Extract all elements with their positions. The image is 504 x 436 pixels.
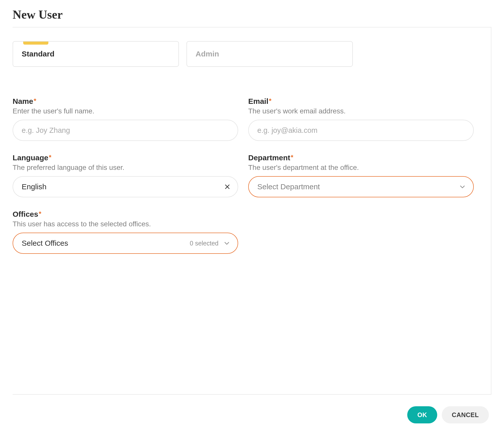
email-label-row: Email* [248, 97, 474, 106]
user-type-toggle: Standard Admin [13, 41, 486, 67]
offices-help: This user has access to the selected off… [13, 220, 238, 228]
page-title: New User [13, 8, 491, 27]
name-label: Name [13, 97, 33, 105]
offices-field: Offices* This user has access to the sel… [13, 210, 238, 254]
form-row: Language* The preferred language of this… [13, 153, 486, 197]
user-type-admin-label: Admin [196, 50, 219, 58]
language-field: Language* The preferred language of this… [13, 153, 238, 197]
offices-select[interactable]: Select Offices 0 selected [13, 233, 238, 254]
department-select-placeholder: Select Department [257, 182, 320, 191]
user-type-standard-card[interactable]: Standard [13, 41, 179, 67]
department-field: Department* The user's department at the… [248, 153, 474, 197]
close-icon[interactable] [225, 184, 230, 190]
required-star-icon: * [34, 97, 36, 105]
language-help: The preferred language of this user. [13, 164, 238, 172]
required-star-icon: * [291, 153, 293, 161]
chevron-down-icon [224, 240, 230, 246]
chevron-down-icon [459, 183, 466, 190]
new-user-page: New User Standard Admin Name* Enter the … [0, 0, 504, 436]
footer: OK CANCEL [13, 395, 491, 426]
department-label: Department [248, 153, 290, 162]
content-area: Standard Admin Name* Enter the user's fu… [13, 27, 491, 394]
department-select[interactable]: Select Department [248, 176, 474, 197]
name-label-row: Name* [13, 97, 238, 106]
offices-select-placeholder: Select Offices [22, 239, 68, 247]
offices-label: Offices [13, 210, 38, 218]
email-label: Email [248, 97, 268, 105]
required-star-icon: * [269, 97, 271, 105]
required-star-icon: * [49, 153, 51, 161]
email-field: Email* The user's work email address. [248, 97, 474, 141]
language-select-value: English [22, 182, 46, 191]
email-input[interactable] [248, 120, 474, 141]
cancel-button[interactable]: CANCEL [442, 406, 489, 423]
name-help: Enter the user's full name. [13, 107, 238, 115]
user-type-admin-card[interactable]: Admin [186, 41, 353, 67]
name-input[interactable] [13, 120, 238, 141]
department-help: The user's department at the office. [248, 164, 474, 172]
form-row: Offices* This user has access to the sel… [13, 210, 486, 254]
user-type-standard-label: Standard [22, 50, 54, 58]
name-field: Name* Enter the user's full name. [13, 97, 238, 141]
form: Name* Enter the user's full name. Email*… [13, 97, 486, 254]
language-select[interactable]: English [13, 176, 238, 197]
language-label-row: Language* [13, 153, 238, 162]
email-help: The user's work email address. [248, 107, 474, 115]
department-select-right [459, 183, 466, 190]
language-select-right [225, 184, 230, 190]
form-row: Name* Enter the user's full name. Email*… [13, 97, 486, 141]
offices-select-right: 0 selected [190, 240, 230, 247]
empty-field [248, 210, 474, 254]
ok-button[interactable]: OK [407, 406, 437, 423]
department-label-row: Department* [248, 153, 474, 162]
offices-label-row: Offices* [13, 210, 238, 219]
offices-selected-count: 0 selected [190, 240, 218, 247]
required-star-icon: * [39, 210, 41, 217]
language-label: Language [13, 153, 48, 162]
highlight-strip-icon [23, 42, 48, 45]
